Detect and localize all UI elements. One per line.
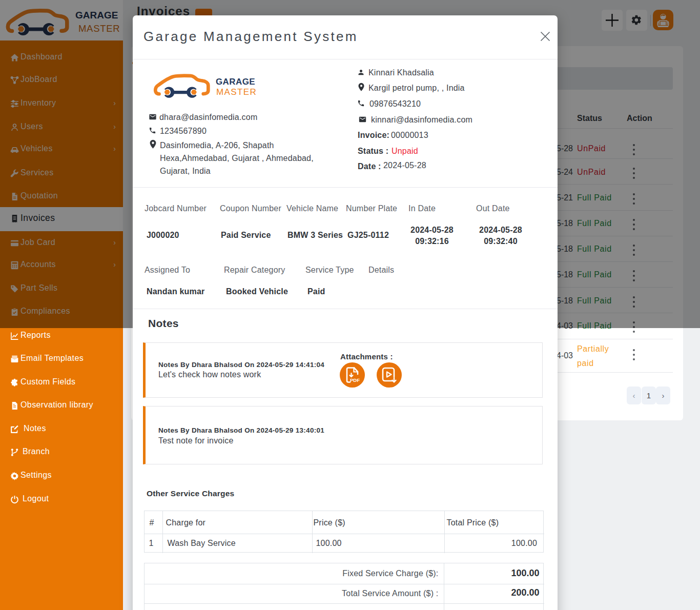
- svg-text:PDF: PDF: [350, 377, 360, 383]
